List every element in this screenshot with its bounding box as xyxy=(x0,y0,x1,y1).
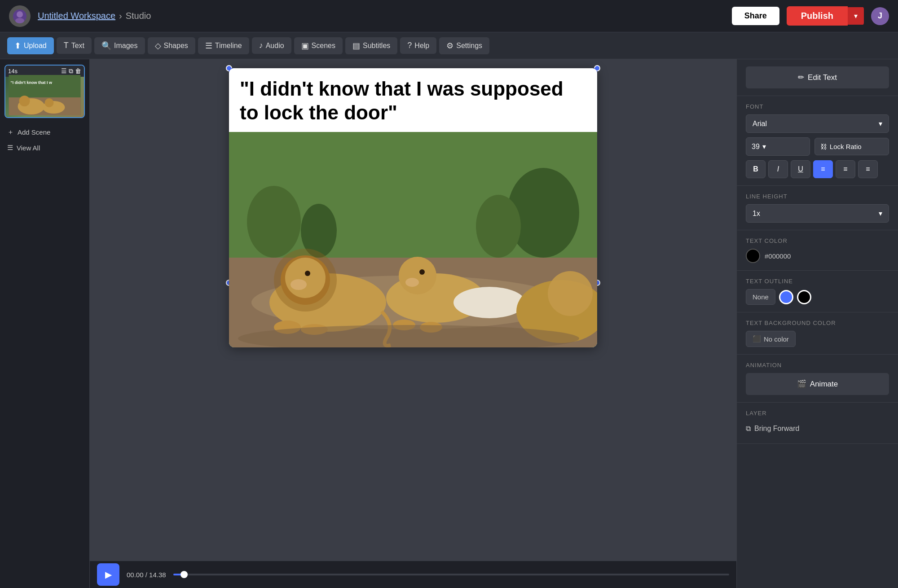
toolbar-upload[interactable]: ⬆ Upload xyxy=(7,37,54,54)
bg-no-color-icon: ⬛ xyxy=(753,335,761,343)
settings-label: Settings xyxy=(456,42,482,50)
scenes-icon: ▣ xyxy=(301,41,309,51)
settings-icon: ⚙ xyxy=(446,41,453,51)
align-center-button[interactable]: ≡ xyxy=(836,160,855,178)
scene-thumb-image: "I didn't know that I w xyxy=(5,77,84,117)
publish-button[interactable]: Publish xyxy=(787,6,848,26)
canvas-text: "I didn't know that I was supposed to lo… xyxy=(240,77,586,125)
subtitles-label: Subtitles xyxy=(363,42,390,50)
italic-button[interactable]: I xyxy=(768,160,788,178)
text-label: Text xyxy=(71,42,84,50)
text-bg-color-section: TEXT BACKGROUND COLOR ⬛ No color xyxy=(737,312,898,355)
canvas-text-box[interactable]: "I didn't know that I was supposed to lo… xyxy=(229,68,597,132)
sidebar: 14s ☰ ⧉ 🗑 "I didn't know that I w xyxy=(0,59,90,588)
text-color-swatch[interactable] xyxy=(746,249,760,263)
svg-point-8 xyxy=(45,98,54,107)
toolbar-audio[interactable]: ♪ Audio xyxy=(252,37,291,54)
outline-color-blue[interactable] xyxy=(779,290,793,304)
svg-point-22 xyxy=(305,271,310,276)
toolbar-shapes[interactable]: ◇ Shapes xyxy=(148,37,195,54)
toolbar-timeline[interactable]: ☰ Timeline xyxy=(198,37,249,54)
breadcrumb: Untitled Workspace › Studio xyxy=(38,11,151,21)
svg-point-21 xyxy=(291,279,307,290)
svg-point-20 xyxy=(285,258,326,298)
font-size-chevron: ▾ xyxy=(762,142,766,151)
add-scene-button[interactable]: ＋ Add Scene xyxy=(7,126,82,138)
format-row: B I U ≡ ≡ ≡ xyxy=(746,160,889,178)
svg-point-14 xyxy=(476,195,521,258)
bg-no-color-label: No color xyxy=(764,335,789,343)
help-icon: ? xyxy=(407,41,412,50)
subtitles-icon: ▤ xyxy=(352,41,360,51)
upload-label: Upload xyxy=(24,42,47,50)
share-button[interactable]: Share xyxy=(732,7,779,25)
scene-thumbnail[interactable]: 14s ☰ ⧉ 🗑 "I didn't know that I w xyxy=(4,65,85,118)
lock-ratio-button[interactable]: ⛓ Lock Ratio xyxy=(814,138,889,155)
edit-text-section: ✏ Edit Text xyxy=(737,59,898,96)
add-scene-label: Add Scene xyxy=(18,128,50,136)
play-button[interactable]: ▶ xyxy=(97,563,119,586)
outline-none-button[interactable]: None xyxy=(746,289,775,305)
toolbar-text[interactable]: T Text xyxy=(57,37,92,54)
publish-dropdown-button[interactable]: ▾ xyxy=(848,7,864,25)
current-time: 00.00 / 14.38 xyxy=(127,571,166,579)
toolbar-help[interactable]: ? Help xyxy=(400,37,436,54)
line-height-value: 1x xyxy=(753,210,760,218)
time-sep: / xyxy=(145,571,147,579)
svg-point-6 xyxy=(19,96,30,106)
text-outline-label: TEXT OUTLINE xyxy=(746,278,889,285)
text-bg-color-label: TEXT BACKGROUND COLOR xyxy=(746,320,889,326)
font-selector[interactable]: Arial ▾ xyxy=(746,114,889,133)
svg-point-28 xyxy=(405,278,419,287)
outline-color-black[interactable] xyxy=(797,290,811,304)
bold-button[interactable]: B xyxy=(746,160,766,178)
bring-forward-label: Bring Forward xyxy=(754,425,799,433)
upload-icon: ⬆ xyxy=(14,41,21,51)
timeline-thumb[interactable] xyxy=(180,571,188,578)
font-name: Arial xyxy=(753,120,767,128)
timeline-scrubber[interactable] xyxy=(173,574,729,575)
svg-point-2 xyxy=(15,18,24,23)
view-all-button[interactable]: ☰ View All xyxy=(7,142,82,154)
workspace-link[interactable]: Untitled Workspace xyxy=(38,11,115,21)
thumb-list-icon[interactable]: ☰ xyxy=(61,67,67,75)
font-size-selector[interactable]: 39 ▾ xyxy=(746,137,810,156)
images-label: Images xyxy=(114,42,137,50)
align-right-button[interactable]: ≡ xyxy=(858,160,878,178)
text-outline-section: TEXT OUTLINE None xyxy=(737,271,898,312)
toolbar-subtitles[interactable]: ▤ Subtitles xyxy=(345,37,397,54)
line-height-section: LINE HEIGHT 1x ▾ xyxy=(737,186,898,230)
text-color-label: TEXT COLOR xyxy=(746,237,889,244)
underline-button[interactable]: U xyxy=(791,160,810,178)
time-total: 14.38 xyxy=(149,571,166,579)
toolbar-settings[interactable]: ⚙ Settings xyxy=(439,37,489,54)
timeline-label: Timeline xyxy=(215,42,242,50)
line-height-selector[interactable]: 1x ▾ xyxy=(746,204,889,223)
thumb-copy-icon[interactable]: ⧉ xyxy=(69,67,73,75)
studio-label: Studio xyxy=(126,11,151,21)
line-height-chevron: ▾ xyxy=(879,209,882,218)
align-left-button[interactable]: ≡ xyxy=(813,160,833,178)
thumb-delete-icon[interactable]: 🗑 xyxy=(75,67,81,75)
svg-text:"I didn't know that I w: "I didn't know that I w xyxy=(11,80,53,85)
canvas: "I didn't know that I was supposed to lo… xyxy=(229,68,597,347)
user-avatar[interactable]: J xyxy=(871,7,889,25)
images-icon: 🔍 xyxy=(101,41,111,51)
edit-icon: ✏ xyxy=(798,73,804,82)
audio-label: Audio xyxy=(266,42,284,50)
animate-button[interactable]: 🎬 Animate xyxy=(746,373,889,395)
font-dropdown-icon: ▾ xyxy=(879,119,882,128)
toolbar-images[interactable]: 🔍 Images xyxy=(94,37,145,54)
toolbar-scenes[interactable]: ▣ Scenes xyxy=(294,37,343,54)
text-icon: T xyxy=(64,41,69,50)
font-section: FONT Arial ▾ 39 ▾ ⛓ Lock Ratio B I U ≡ xyxy=(737,96,898,186)
svg-point-33 xyxy=(548,271,593,316)
bring-forward-button[interactable]: ⧉ Bring Forward xyxy=(746,421,799,436)
view-all-icon: ☰ xyxy=(7,144,13,152)
animation-label: ANIMATION xyxy=(746,362,889,369)
text-color-section: TEXT COLOR #000000 xyxy=(737,230,898,271)
svg-point-1 xyxy=(17,11,23,18)
main-layout: 14s ☰ ⧉ 🗑 "I didn't know that I w xyxy=(0,59,898,588)
edit-text-button[interactable]: ✏ Edit Text xyxy=(746,66,889,88)
bg-no-color-button[interactable]: ⬛ No color xyxy=(746,331,796,347)
